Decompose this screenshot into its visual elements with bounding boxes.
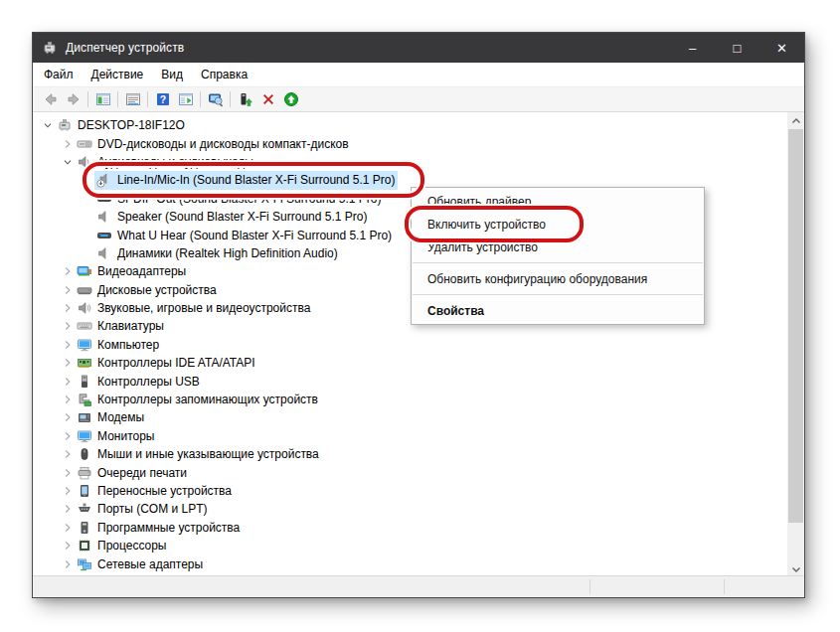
- expand-chevron-icon[interactable]: [61, 429, 75, 443]
- update-driver-button[interactable]: [279, 88, 302, 110]
- tree-item[interactable]: Контроллеры запоминающих устройств: [33, 391, 787, 408]
- tree-item-content[interactable]: Динамики (Realtek High Definition Audio): [94, 244, 341, 262]
- menu-item-3[interactable]: Вид: [152, 63, 192, 86]
- tree-item[interactable]: Модемы: [33, 408, 787, 426]
- minimize-button[interactable]: –: [670, 33, 715, 63]
- expand-chevron-icon[interactable]: [61, 447, 75, 461]
- context-menu-item[interactable]: Включить устройство: [412, 213, 704, 236]
- expand-chevron-icon[interactable]: [61, 356, 75, 370]
- uninstall-device-icon: [260, 91, 276, 107]
- tree-item-content[interactable]: Мониторы: [75, 427, 157, 445]
- action-pane-button[interactable]: [174, 88, 197, 110]
- tree-item-content[interactable]: Мыши и иные указывающие устройства: [75, 445, 322, 463]
- enable-device-button[interactable]: [234, 88, 256, 110]
- forward-button[interactable]: [62, 88, 84, 110]
- tree-item-content[interactable]: Клавиатуры: [75, 317, 167, 335]
- tree-item-content[interactable]: DVD-дисководы и дисководы компакт-дисков: [75, 134, 352, 152]
- tree-item[interactable]: Контроллеры IDE ATA/ATAPI: [33, 354, 787, 372]
- tree-item-content[interactable]: Модемы: [75, 408, 147, 426]
- scrollbar-thumb[interactable]: [788, 129, 803, 523]
- expand-chevron-icon[interactable]: [61, 319, 75, 333]
- tree-item[interactable]: Компьютер: [33, 336, 787, 354]
- tree-item-content[interactable]: Line-In/Mic-In (Sound Blaster X-Fi Surro…: [94, 171, 398, 189]
- tree-item-content[interactable]: Порты (COM и LPT): [75, 500, 211, 518]
- tree-item-label: Порты (COM и LPT): [97, 501, 211, 517]
- uninstall-device-button[interactable]: [256, 88, 279, 110]
- tree-item-content[interactable]: Процессоры: [75, 537, 170, 554]
- tree-item[interactable]: Мониторы: [33, 427, 787, 445]
- menu-item-2[interactable]: Действие: [83, 63, 153, 86]
- enable-device-icon: [238, 91, 253, 107]
- processor-icon: [77, 538, 92, 553]
- expand-chevron-icon[interactable]: [61, 502, 75, 516]
- context-menu-item[interactable]: Обновить драйвер: [412, 190, 704, 213]
- tree-item-content[interactable]: Сетевые адаптеры: [75, 554, 206, 572]
- expand-chevron-icon[interactable]: [61, 484, 75, 498]
- expand-chevron-icon[interactable]: [61, 539, 75, 553]
- back-button[interactable]: [39, 88, 62, 110]
- expand-chevron-icon[interactable]: [61, 137, 75, 151]
- tree-item-label: Программные устройства: [97, 520, 243, 536]
- expand-chevron-icon[interactable]: [61, 410, 75, 424]
- expand-chevron-icon[interactable]: [61, 264, 75, 278]
- collapse-chevron-icon[interactable]: [41, 118, 55, 132]
- tree-item-content[interactable]: Дисковые устройства: [75, 281, 220, 299]
- tree-item[interactable]: Процессоры: [33, 537, 787, 554]
- tree-item[interactable]: DVD-дисководы и дисководы компакт-дисков: [33, 134, 787, 152]
- expand-chevron-icon[interactable]: [61, 557, 75, 571]
- tree-item-content[interactable]: What U Hear (Sound Blaster X-Fi Surround…: [94, 226, 395, 243]
- properties-button[interactable]: [121, 88, 144, 110]
- computer-icon: [57, 117, 73, 133]
- expand-chevron-icon[interactable]: [61, 338, 75, 352]
- scroll-up-icon[interactable]: [787, 112, 804, 129]
- tree-item-content[interactable]: Переносные устройства: [75, 482, 235, 500]
- expand-chevron-icon[interactable]: [61, 283, 75, 297]
- menu-item-1[interactable]: Файл: [35, 63, 83, 86]
- tree-item-content[interactable]: SPDIF-Out (Sound Blaster X-Fi Surround 5…: [94, 190, 384, 208]
- help-button[interactable]: ?: [151, 88, 174, 110]
- tree-item-content[interactable]: Контроллеры USB: [75, 372, 203, 390]
- tree-item[interactable]: Программные устройства: [33, 519, 787, 537]
- tree-item[interactable]: DESKTOP-18IF12O: [33, 116, 787, 134]
- tree-item[interactable]: Сетевые адаптеры: [33, 554, 787, 572]
- tree-item[interactable]: Очереди печати: [33, 463, 787, 481]
- tree-item-content[interactable]: Аудиовходы и аудиовыходы: [75, 153, 256, 171]
- tree-item-content[interactable]: Программные устройства: [75, 519, 243, 537]
- tree-item[interactable]: Мыши и иные указывающие устройства: [33, 445, 787, 463]
- expander-spacer: [81, 192, 94, 206]
- tree-item-content[interactable]: Звуковые, игровые и видеоустройства: [75, 299, 313, 317]
- expand-chevron-icon[interactable]: [61, 393, 75, 406]
- expand-chevron-icon[interactable]: [61, 521, 75, 535]
- software-device-icon: [77, 520, 92, 536]
- menu-item-4[interactable]: Справка: [192, 63, 256, 86]
- tree-item-content[interactable]: Speaker (Sound Blaster X-Fi Surround 5.1…: [94, 208, 370, 226]
- toolbar: ?: [33, 86, 804, 112]
- toolbar-separator: [230, 91, 231, 107]
- expand-chevron-icon[interactable]: [61, 301, 75, 315]
- maximize-button[interactable]: □: [715, 33, 759, 63]
- tree-item[interactable]: Порты (COM и LPT): [33, 500, 787, 518]
- scan-hardware-button[interactable]: [204, 88, 227, 110]
- tree-item-content[interactable]: DESKTOP-18IF12O: [55, 116, 188, 134]
- tree-item[interactable]: Аудиовходы и аудиовыходы: [33, 153, 787, 171]
- context-menu-item[interactable]: Свойства: [412, 299, 704, 322]
- tree-item-content[interactable]: Очереди печати: [75, 463, 190, 481]
- tree-item-content[interactable]: Контроллеры запоминающих устройств: [75, 391, 321, 408]
- device-manager-window: Диспетчер устройств –□✕ ФайлДействиеВидС…: [32, 32, 805, 598]
- tree-item[interactable]: Переносные устройства: [33, 482, 787, 500]
- collapse-chevron-icon[interactable]: [61, 155, 75, 169]
- expand-chevron-icon[interactable]: [61, 466, 75, 480]
- audio-endpoint-icon: [77, 154, 92, 170]
- expand-chevron-icon[interactable]: [61, 375, 75, 389]
- close-button[interactable]: ✕: [759, 33, 804, 63]
- vertical-scrollbar[interactable]: [787, 112, 804, 577]
- tree-item-content[interactable]: Видеоадаптеры: [75, 262, 189, 280]
- context-menu-item[interactable]: Удалить устройство: [412, 236, 704, 258]
- port-icon: [77, 501, 92, 517]
- tree-item-content[interactable]: Компьютер: [75, 336, 162, 354]
- tree-item[interactable]: Контроллеры USB: [33, 372, 787, 390]
- tree-item-content[interactable]: Контроллеры IDE ATA/ATAPI: [75, 354, 258, 372]
- tree-item-label: Видеоадаптеры: [97, 263, 189, 279]
- context-menu-item[interactable]: Обновить конфигурацию оборудования: [412, 267, 704, 290]
- console-tree-button[interactable]: [91, 88, 114, 110]
